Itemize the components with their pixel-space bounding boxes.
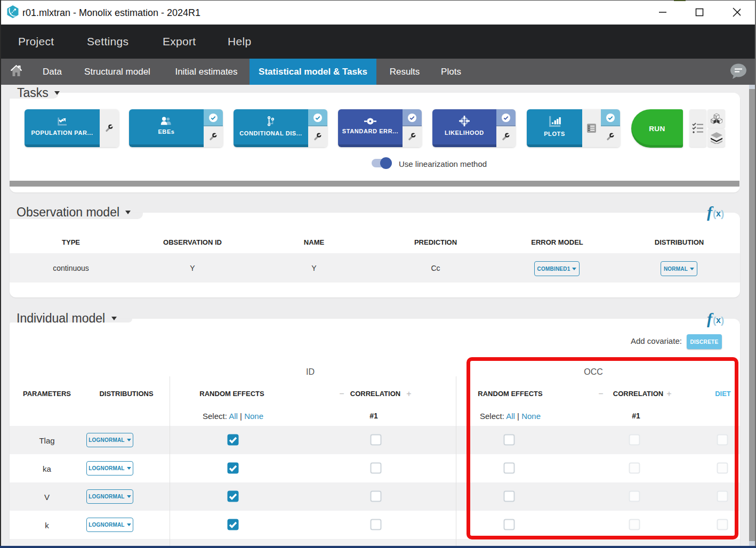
- svg-text:): ): [721, 208, 724, 219]
- svg-text:x: x: [716, 316, 721, 325]
- svg-text:): ): [721, 315, 724, 326]
- svg-text:x: x: [716, 209, 721, 218]
